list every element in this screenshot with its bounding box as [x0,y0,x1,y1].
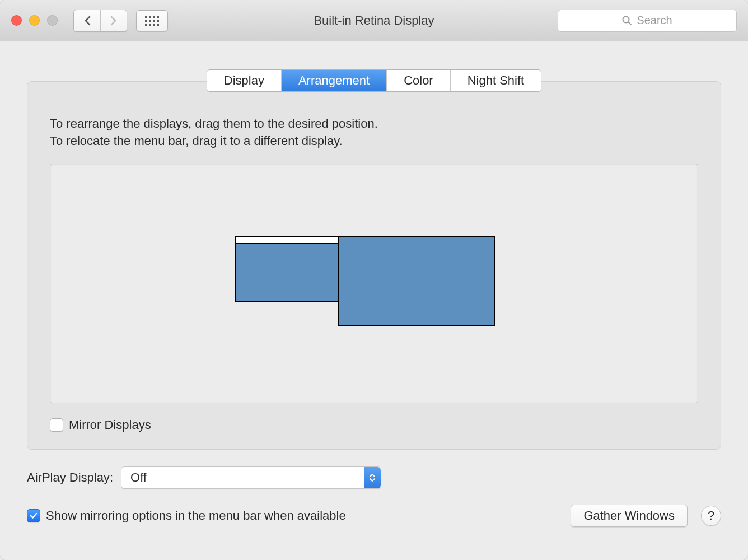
tab-bar: Display Arrangement Color Night Shift [27,69,721,92]
system-preferences-window: Built-in Retina Display Search Display A… [0,0,748,560]
tab-night-shift[interactable]: Night Shift [451,70,541,91]
help-button[interactable]: ? [701,506,721,526]
show-mirroring-label: Show mirroring options in the menu bar w… [46,508,346,523]
mirror-displays-row: Mirror Displays [50,418,698,432]
bottom-area: AirPlay Display: Off Show mirroring opti… [27,450,721,527]
traffic-lights [11,15,58,26]
select-arrows-icon [364,467,381,488]
menu-bar-indicator[interactable] [236,237,338,244]
show-all-button[interactable] [136,10,168,31]
titlebar: Built-in Retina Display Search [0,0,748,41]
arrangement-panel: To rearrange the displays, drag them to … [27,81,721,450]
tab-arrangement[interactable]: Arrangement [282,70,387,91]
forward-button [100,10,127,31]
search-placeholder: Search [637,14,672,27]
chevron-right-icon [110,16,117,26]
show-mirroring-checkbox[interactable] [27,509,40,522]
instructions: To rearrange the displays, drag them to … [50,115,698,150]
zoom-button [47,15,58,26]
bottom-row: Show mirroring options in the menu bar w… [27,505,721,527]
mirror-displays-checkbox[interactable] [50,418,63,432]
instruction-line-1: To rearrange the displays, drag them to … [50,115,698,133]
tab-display[interactable]: Display [207,70,282,91]
instruction-line-2: To relocate the menu bar, drag it to a d… [50,133,698,150]
content-area: Display Arrangement Color Night Shift To… [0,41,748,544]
back-button[interactable] [74,10,100,31]
airplay-row: AirPlay Display: Off [27,466,721,489]
minimize-button[interactable] [29,15,40,26]
search-icon [622,16,632,26]
chevron-left-icon [84,16,91,26]
window-title: Built-in Retina Display [314,13,434,28]
airplay-label: AirPlay Display: [27,470,113,485]
tab-color[interactable]: Color [387,70,451,91]
svg-line-1 [629,22,632,25]
close-button[interactable] [11,15,22,26]
grid-icon [145,16,159,26]
display-secondary[interactable] [338,236,495,326]
mirror-displays-label: Mirror Displays [69,418,151,432]
arrangement-area[interactable] [50,164,698,403]
search-input[interactable]: Search [558,10,737,32]
nav-buttons [73,10,127,32]
gather-windows-button[interactable]: Gather Windows [571,505,688,527]
display-primary[interactable] [235,236,339,302]
airplay-select[interactable]: Off [121,466,381,489]
airplay-value: Off [130,470,147,485]
